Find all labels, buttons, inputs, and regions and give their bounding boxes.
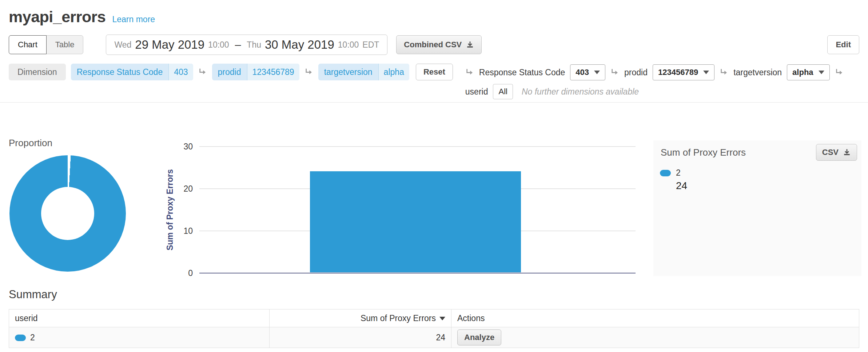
summary-title: Summary [9,288,859,301]
learn-more-link[interactable]: Learn more [112,15,155,24]
dimension-bar: Dimension Response Status Code 403 prodi… [0,55,868,99]
legend-header: Sum of Proxy Errors CSV [653,140,861,163]
legend-label: 2 [676,168,681,178]
chart-view-button[interactable]: Chart [9,35,47,54]
row-swatch [15,335,26,341]
timezone: EDT [362,40,379,50]
drilldown-name: userid [465,87,488,97]
no-more-dimensions-text: No further dimensions available [522,87,639,97]
drilldown-controls: Response Status Code 403 prodid 12345678… [465,64,844,99]
drilldown-name: prodid [624,68,648,77]
header: myapi_errors Learn more [0,0,868,26]
column-header-label: Sum of Proxy Errors [361,313,436,323]
table-header-row: userid Sum of Proxy Errors Actions [9,309,859,327]
legend-panel: Sum of Proxy Errors CSV 2 24 [653,140,861,276]
drilldown-select-response-status-code[interactable]: 403 [570,64,605,80]
edit-button[interactable]: Edit [827,35,859,54]
drilldown-select-targetversion[interactable]: alpha [787,64,829,80]
column-header-sum-of-proxy-errors[interactable]: Sum of Proxy Errors [270,309,451,327]
cell-userid: 2 [9,327,270,348]
breadcrumb-response-status-code[interactable]: Response Status Code 403 [71,64,193,80]
date-range-separator: – [233,39,243,51]
summary-section: Summary userid Sum of Proxy Errors Actio… [0,288,868,348]
date-range-picker[interactable]: Wed 29 May 2019 10:00 – Thu 30 May 2019 … [106,35,387,55]
breadcrumb-value: alpha [378,64,409,80]
selected-value: alpha [792,68,813,77]
column-header-actions: Actions [451,309,859,327]
y-tick-label-30: 30 [183,142,193,152]
start-date: 29 May 2019 [135,38,204,52]
legend-swatch [660,170,671,176]
legend-value: 24 [676,180,861,192]
view-toggle: Chart Table [9,35,83,54]
reset-button[interactable]: Reset [416,64,453,80]
cell-sum-of-proxy-errors: 24 [270,327,451,348]
chevron-down-icon [703,71,709,74]
drill-arrow-icon [198,68,207,76]
legend-item: 2 [660,168,861,178]
y-tick-label-0: 0 [188,268,193,278]
analyze-button[interactable]: Analyze [457,329,501,345]
selected-value: 403 [576,68,589,77]
bar-chart-plot: 0102030 [199,147,636,273]
drill-arrow-icon [720,68,728,77]
drilldown-select-prodid[interactable]: 123456789 [653,64,714,80]
table-row: 2 24 Analyze [9,327,859,348]
bar-2 [310,171,521,272]
toolbar: Chart Table Wed 29 May 2019 10:00 – Thu … [0,26,868,55]
selected-value: 123456789 [658,68,698,77]
y-axis-title: Sum of Proxy Errors [165,169,175,251]
userid-all-selector[interactable]: All [493,84,513,99]
gridline-0 [199,273,636,273]
start-time: 10:00 [208,40,229,50]
end-time: 10:00 [338,40,359,50]
dimension-breadcrumbs: Dimension Response Status Code 403 prodi… [9,64,453,80]
gridline-30 [199,147,636,147]
sort-desc-icon [439,317,445,320]
charts-section: Proportion Sum of Proxy Errors 0102030 S… [0,103,868,284]
column-header-userid: userid [9,309,270,327]
chevron-down-icon [819,71,824,74]
breadcrumb-value: 123456789 [247,64,299,80]
proportion-title: Proportion [9,137,52,149]
breadcrumb-name: targetversion [318,64,378,80]
end-date: 30 May 2019 [265,38,334,52]
breadcrumb-name: Response Status Code [71,64,169,80]
y-tick-label-10: 10 [183,226,193,236]
drilldown-name: Response Status Code [479,68,565,77]
proportion-donut-chart [9,155,126,272]
table-view-button[interactable]: Table [46,35,84,54]
cell-actions: Analyze [451,327,859,348]
combined-csv-button[interactable]: Combined CSV [396,35,482,54]
drill-arrow-icon [465,68,474,77]
breadcrumb-name: prodid [212,64,247,80]
drill-arrow-icon [610,68,619,77]
download-icon [843,148,851,156]
drill-arrow-icon [304,68,313,76]
chevron-down-icon [594,71,600,74]
download-icon [466,41,474,49]
y-tick-label-20: 20 [183,184,193,194]
drilldown-row: Response Status Code 403 prodid 12345678… [465,64,844,80]
drilldown-name: targetversion [733,68,782,77]
breadcrumb-targetversion[interactable]: targetversion alpha [318,64,409,80]
start-day: Wed [114,40,131,50]
breadcrumb-prodid[interactable]: prodid 123456789 [212,64,299,80]
donut-hole [41,187,94,240]
page-title: myapi_errors [9,8,106,26]
csv-label: CSV [822,148,839,157]
breadcrumb-value: 403 [168,64,193,80]
row-userid-value: 2 [30,333,35,343]
summary-table: userid Sum of Proxy Errors Actions 2 [9,309,859,348]
csv-button[interactable]: CSV [816,144,857,161]
end-day: Thu [247,40,261,50]
dimension-label: Dimension [9,64,66,80]
drilldown-row-userid: userid All No further dimensions availab… [465,84,844,99]
combined-csv-label: Combined CSV [404,40,462,49]
analytics-report-page: myapi_errors Learn more Chart Table Wed … [0,0,868,352]
legend-title: Sum of Proxy Errors [661,147,746,158]
drill-arrow-icon [835,68,844,77]
